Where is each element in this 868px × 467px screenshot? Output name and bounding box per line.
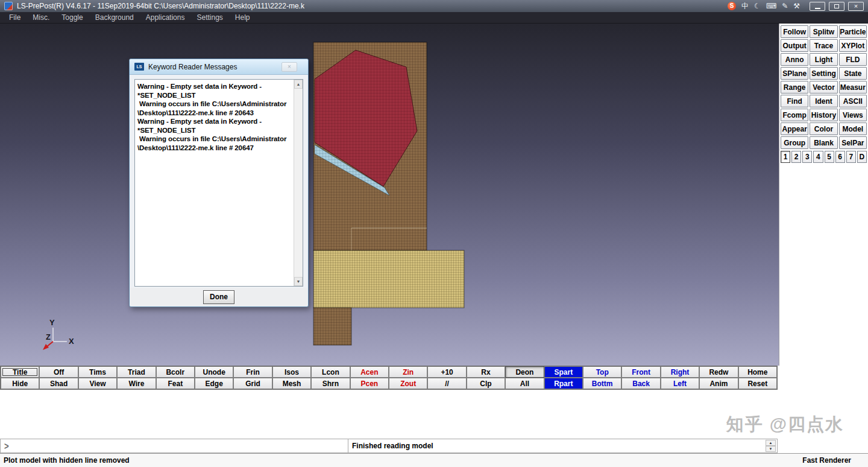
right-btn-xyplot[interactable]: XYPlot	[839, 39, 867, 52]
bottom-btn-grid[interactable]: Grid	[233, 378, 272, 389]
right-btn-anno[interactable]: Anno	[781, 53, 808, 66]
bottom-btn-rx[interactable]: Rx	[467, 366, 505, 378]
dialog-close-button[interactable]: ×	[281, 62, 297, 72]
menu-item-settings[interactable]: Settings	[190, 12, 228, 24]
bottom-btn-right[interactable]: Right	[661, 366, 699, 378]
right-btn-output[interactable]: Output	[781, 39, 808, 52]
bottom-btn-spart[interactable]: Spart	[544, 366, 583, 378]
maximize-button[interactable]	[829, 2, 844, 11]
right-btn-appear[interactable]: Appear	[781, 122, 808, 135]
bottom-btn-home[interactable]: Home	[738, 366, 777, 378]
bottom-btn-bottm[interactable]: Bottm	[583, 378, 621, 389]
bottom-btn-shad[interactable]: Shad	[39, 378, 78, 389]
bottom-btn-all[interactable]: All	[505, 378, 544, 389]
page-btn-3[interactable]: 3	[802, 151, 812, 163]
message-log[interactable]: Finished reading model ▲ ▼	[348, 439, 778, 453]
bottom-btn-tims[interactable]: Tims	[78, 366, 117, 378]
bottom-btn-acen[interactable]: Acen	[350, 366, 389, 378]
command-input[interactable]: >	[0, 439, 348, 453]
message-scroll-up-button[interactable]: ▲	[766, 440, 776, 446]
right-btn-splane[interactable]: SPlane	[781, 67, 808, 80]
bottom-btn-top[interactable]: Top	[583, 366, 621, 378]
menu-item-misc[interactable]: Misc.	[27, 12, 55, 24]
right-btn-state[interactable]: State	[839, 67, 867, 80]
bottom-btn-anim[interactable]: Anim	[699, 378, 738, 389]
menu-item-toggle[interactable]: Toggle	[55, 12, 89, 24]
dialog-scroll-down-button[interactable]: ▼	[294, 277, 303, 286]
bottom-btn-feat[interactable]: Feat	[156, 378, 195, 389]
sogou-icon[interactable]: S	[728, 2, 736, 10]
bottom-btn-left[interactable]: Left	[661, 378, 699, 389]
bottom-btn-edge[interactable]: Edge	[195, 378, 233, 389]
dialog-scroll-up-button[interactable]: ▲	[294, 80, 303, 89]
page-btn-6[interactable]: 6	[835, 151, 845, 163]
bottom-btn-zin[interactable]: Zin	[389, 366, 427, 378]
right-btn-trace[interactable]: Trace	[810, 39, 837, 52]
page-btn-7[interactable]: 7	[846, 151, 856, 163]
pen-icon[interactable]: ✎	[782, 2, 788, 11]
right-btn-measur[interactable]: Measur	[839, 81, 867, 94]
bottom-btn-bcolr[interactable]: Bcolr	[156, 366, 195, 378]
bottom-btn-hide[interactable]: Hide	[1, 378, 39, 389]
input-mode-icon[interactable]: 中	[741, 2, 749, 11]
viewport[interactable]: Y X Z	[0, 24, 779, 366]
bottom-btn-off[interactable]: Off	[39, 366, 78, 378]
bottom-btn-view[interactable]: View	[78, 378, 117, 389]
right-btn-model[interactable]: Model	[839, 122, 867, 135]
right-btn-selpar[interactable]: SelPar	[839, 136, 867, 149]
menu-item-file[interactable]: File	[3, 12, 27, 24]
bottom-btn-isos[interactable]: Isos	[272, 366, 311, 378]
minimize-button[interactable]	[810, 2, 825, 11]
bottom-btn-lcon[interactable]: Lcon	[311, 366, 350, 378]
page-btn-2[interactable]: 2	[791, 151, 801, 163]
bottom-btn-redw[interactable]: Redw	[699, 366, 738, 378]
bottom-btn-triad[interactable]: Triad	[117, 366, 156, 378]
bottom-btn-deon[interactable]: Deon	[505, 366, 544, 378]
right-btn-views[interactable]: Views	[839, 109, 867, 121]
right-btn-history[interactable]: History	[810, 109, 837, 121]
right-btn-light[interactable]: Light	[810, 53, 837, 66]
menu-item-applications[interactable]: Applications	[140, 12, 191, 24]
bottom-btn-wire[interactable]: Wire	[117, 378, 156, 389]
message-scroll-down-button[interactable]: ▼	[766, 446, 776, 452]
right-btn-follow[interactable]: Follow	[781, 25, 808, 38]
bottom-btn-col11[interactable]: //	[427, 378, 466, 389]
right-btn-particle[interactable]: Particle	[839, 25, 867, 38]
bottom-btn-back[interactable]: Back	[621, 378, 660, 389]
moon-icon[interactable]: ☾	[754, 2, 761, 11]
keyboard-icon[interactable]: ⌨	[766, 2, 776, 11]
page-btn-1[interactable]: 1	[781, 151, 790, 163]
right-btn-blank[interactable]: Blank	[810, 136, 837, 149]
right-btn-vector[interactable]: Vector	[810, 81, 837, 94]
menu-item-background[interactable]: Background	[89, 12, 140, 24]
bottom-btn-pcen[interactable]: Pcen	[350, 378, 389, 389]
bottom-btn-zout[interactable]: Zout	[389, 378, 427, 389]
bottom-btn-+10[interactable]: +10	[427, 366, 466, 378]
right-btn-fcomp[interactable]: Fcomp	[781, 109, 808, 121]
done-button[interactable]: Done	[203, 290, 234, 304]
page-btn-5[interactable]: 5	[825, 151, 834, 163]
right-btn-group[interactable]: Group	[781, 136, 808, 149]
right-btn-find[interactable]: Find	[781, 95, 808, 107]
right-btn-ascii[interactable]: ASCII	[839, 95, 867, 107]
right-btn-color[interactable]: Color	[810, 122, 837, 135]
bottom-btn-title[interactable]: Title	[1, 366, 39, 378]
bottom-btn-reset[interactable]: Reset	[738, 378, 777, 389]
menu-item-help[interactable]: Help	[229, 12, 256, 24]
close-button[interactable]: ×	[848, 2, 864, 11]
bottom-btn-front[interactable]: Front	[621, 366, 660, 378]
right-btn-setting[interactable]: Setting	[810, 67, 837, 80]
page-btn-4[interactable]: 4	[813, 151, 823, 163]
right-btn-fld[interactable]: FLD	[839, 53, 867, 66]
page-btn-d[interactable]: D	[857, 151, 867, 163]
bottom-btn-shrn[interactable]: Shrn	[311, 378, 350, 389]
right-btn-ident[interactable]: Ident	[810, 95, 837, 107]
bottom-btn-mesh[interactable]: Mesh	[272, 378, 311, 389]
dialog-title-bar[interactable]: LS Keyword Reader Messages ×	[130, 59, 308, 75]
tools-icon[interactable]: ⚒	[793, 2, 800, 11]
right-btn-range[interactable]: Range	[781, 81, 808, 94]
bottom-btn-frin[interactable]: Frin	[233, 366, 272, 378]
right-btn-splitw[interactable]: Splitw	[810, 25, 837, 38]
bottom-btn-rpart[interactable]: Rpart	[544, 378, 583, 389]
bottom-btn-clp[interactable]: Clp	[467, 378, 505, 389]
